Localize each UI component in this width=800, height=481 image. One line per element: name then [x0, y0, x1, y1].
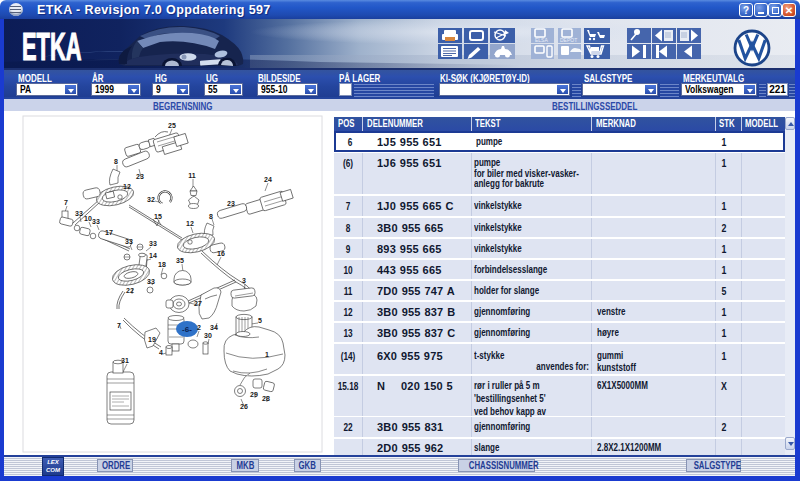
svg-text:33: 33: [125, 238, 133, 245]
svg-text:7: 7: [64, 199, 68, 206]
svg-text:28: 28: [262, 395, 270, 402]
svg-text:24: 24: [264, 176, 272, 183]
svg-text:34: 34: [210, 324, 218, 331]
svg-text:ELSA: ELSA: [535, 37, 548, 43]
svg-text:12: 12: [186, 220, 194, 227]
svg-text:8: 8: [209, 213, 213, 220]
svg-text:4: 4: [159, 349, 163, 356]
svg-text:18: 18: [158, 261, 166, 268]
svg-text:11: 11: [188, 172, 196, 179]
svg-text:35: 35: [176, 257, 184, 264]
svg-text:17: 17: [105, 229, 113, 236]
svg-text:15: 15: [154, 213, 162, 220]
svg-text:ETKA: ETKA: [22, 26, 81, 68]
svg-text:12: 12: [123, 183, 131, 190]
svg-text:30: 30: [204, 332, 212, 339]
svg-text:33: 33: [75, 210, 83, 217]
svg-text:33: 33: [149, 240, 157, 247]
svg-text:23: 23: [227, 200, 235, 207]
svg-text:14: 14: [149, 252, 157, 259]
svg-text:25: 25: [168, 122, 176, 129]
svg-text:19: 19: [148, 336, 156, 343]
svg-text:3: 3: [242, 277, 246, 284]
svg-text:33: 33: [147, 278, 155, 285]
svg-text:16: 16: [217, 250, 225, 257]
svg-text:26: 26: [240, 403, 248, 410]
svg-text:8: 8: [114, 158, 118, 165]
svg-text:27: 27: [194, 300, 202, 307]
svg-text:1: 1: [265, 351, 269, 358]
svg-text:2: 2: [197, 324, 201, 331]
svg-text:31: 31: [121, 357, 129, 364]
svg-text:5: 5: [258, 317, 262, 324]
svg-text:10: 10: [84, 215, 92, 222]
svg-text:7: 7: [117, 322, 121, 329]
svg-text:33: 33: [92, 218, 100, 225]
svg-text:22: 22: [126, 287, 134, 294]
svg-text:29: 29: [250, 391, 258, 398]
svg-text:DEPOT: DEPOT: [560, 37, 577, 43]
svg-text:23: 23: [136, 173, 144, 180]
svg-text:32: 32: [147, 196, 155, 203]
svg-text:-6-: -6-: [182, 325, 192, 334]
